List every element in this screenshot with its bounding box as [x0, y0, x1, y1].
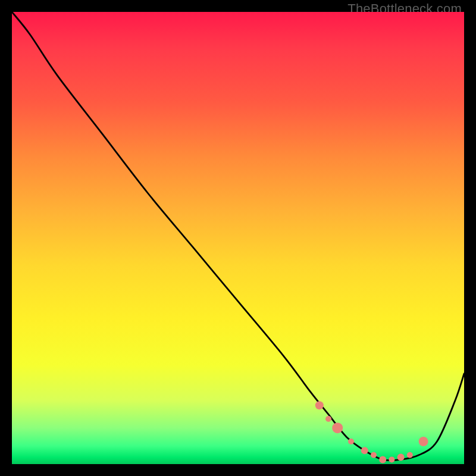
marker-point: [332, 422, 343, 433]
bottleneck-curve: [12, 12, 464, 461]
marker-point: [407, 452, 413, 458]
marker-point: [397, 454, 405, 461]
marker-point: [348, 439, 354, 444]
marker-group: [315, 401, 428, 463]
chart-frame: TheBottleneck.com: [0, 0, 476, 476]
marker-point: [379, 456, 386, 463]
marker-point: [419, 437, 428, 446]
marker-point: [315, 401, 324, 409]
marker-point: [361, 447, 368, 454]
marker-point: [371, 452, 377, 458]
marker-point: [325, 416, 331, 422]
chart-svg: [12, 12, 464, 464]
marker-point: [389, 456, 394, 462]
plot-area: [12, 12, 464, 464]
